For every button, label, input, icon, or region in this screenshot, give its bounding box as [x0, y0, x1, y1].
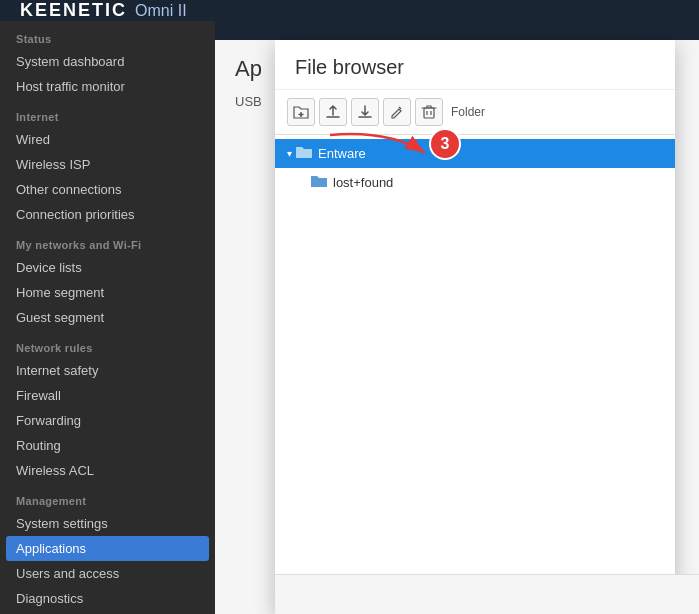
sidebar-item-users-and-access[interactable]: Users and access — [0, 561, 215, 586]
new-folder-button[interactable] — [287, 98, 315, 126]
status-section-label: Status — [0, 21, 215, 49]
main-topbar — [215, 0, 699, 40]
rules-section-label: Network rules — [0, 330, 215, 358]
sidebar-item-wireless-isp[interactable]: Wireless ISP — [0, 152, 215, 177]
file-tree: ▾ Entware lost+found — [275, 135, 675, 201]
file-row-entware[interactable]: ▾ Entware — [275, 139, 675, 168]
download-button[interactable] — [351, 98, 379, 126]
sidebar-item-guest-segment[interactable]: Guest segment — [0, 305, 215, 330]
entware-label: Entware — [318, 146, 366, 161]
main-content: Ap USB File browser — [215, 0, 699, 614]
sidebar-item-home-segment[interactable]: Home segment — [0, 280, 215, 305]
upload-button[interactable] — [319, 98, 347, 126]
rename-button[interactable] — [383, 98, 411, 126]
sidebar-item-host-traffic-monitor[interactable]: Host traffic monitor — [0, 74, 215, 99]
model-name: Omni II — [135, 2, 187, 20]
sidebar-item-system-dashboard[interactable]: System dashboard — [0, 49, 215, 74]
step-badge: 3 — [429, 128, 461, 160]
sidebar-item-firewall[interactable]: Firewall — [0, 383, 215, 408]
sidebar-item-wireless-acl[interactable]: Wireless ACL — [0, 458, 215, 483]
internet-section-label: Internet — [0, 99, 215, 127]
sidebar-item-connection-priorities[interactable]: Connection priorities — [0, 202, 215, 227]
folder-icon — [296, 145, 312, 162]
networks-section-label: My networks and Wi-Fi — [0, 227, 215, 255]
folder-icon-child — [311, 174, 327, 191]
sidebar-item-diagnostics[interactable]: Diagnostics — [0, 586, 215, 611]
sidebar-item-wired[interactable]: Wired — [0, 127, 215, 152]
main-body: Ap USB File browser — [215, 40, 699, 614]
chevron-down-icon: ▾ — [287, 148, 292, 159]
svg-rect-2 — [424, 108, 434, 118]
sidebar-item-internet-safety[interactable]: Internet safety — [0, 358, 215, 383]
sidebar-item-system-settings[interactable]: System settings — [0, 511, 215, 536]
delete-button[interactable] — [415, 98, 443, 126]
modal-footer — [275, 574, 699, 614]
sidebar-item-other-connections[interactable]: Other connections — [0, 177, 215, 202]
topbar: KEENETIC Omni II — [0, 0, 215, 21]
file-row-lost-found[interactable]: lost+found — [275, 168, 675, 197]
lost-found-label: lost+found — [333, 175, 393, 190]
modal-toolbar: Folder — [275, 90, 675, 135]
brand-name: KEENETIC — [20, 0, 127, 21]
management-section-label: Management — [0, 483, 215, 511]
sidebar-item-device-lists[interactable]: Device lists — [0, 255, 215, 280]
sidebar-item-applications[interactable]: Applications — [6, 536, 209, 561]
folder-label: Folder — [451, 105, 485, 119]
file-browser-modal: File browser — [275, 40, 675, 614]
sidebar-item-routing[interactable]: Routing — [0, 433, 215, 458]
sidebar-item-forwarding[interactable]: Forwarding — [0, 408, 215, 433]
modal-title: File browser — [275, 40, 675, 90]
sidebar: KEENETIC Omni II Status System dashboard… — [0, 0, 215, 614]
